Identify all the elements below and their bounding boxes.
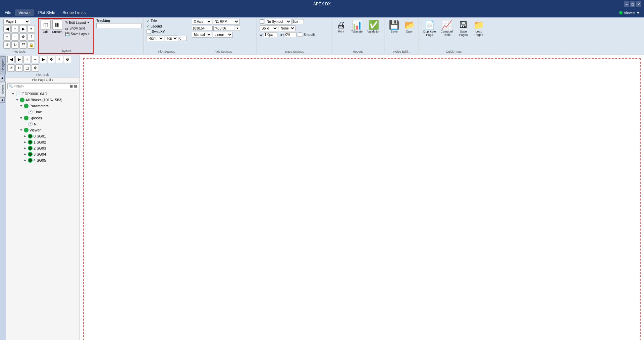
type-select[interactable]: Linear (213, 32, 233, 38)
open-noise-icon: 📂 (404, 20, 415, 29)
crosshair-button[interactable]: + (56, 56, 63, 63)
tree-item-sg05[interactable]: ► 4 SG05 (6, 157, 79, 163)
arrow-left-button[interactable]: ◀ (7, 56, 15, 63)
axis-range-btn[interactable]: ▼ (235, 25, 240, 31)
collapse-tree-icon[interactable]: ⊟ (73, 84, 78, 89)
custom-button[interactable]: ▦ (52, 19, 62, 30)
size-input[interactable] (292, 19, 304, 24)
canvas-area[interactable] (80, 55, 644, 340)
expand-button[interactable]: ◻ (23, 64, 31, 72)
snap-button[interactable]: ☷ (19, 41, 27, 49)
validation-button[interactable]: ✅ Validation (366, 19, 382, 42)
plot-tools-label: Plot Tools (1, 50, 37, 53)
cursor-button[interactable]: ↥ (28, 33, 35, 41)
minimize-button[interactable]: – (624, 1, 629, 7)
prev-page-button[interactable]: ◀ (3, 25, 11, 33)
print-button[interactable]: 🖨 Print (334, 19, 348, 42)
expand-tree-icon[interactable]: ⊞ (69, 84, 73, 89)
quick-page-group: 📄 Duplicate Page 📈 Campbell Triple 🖫 Sav… (420, 18, 488, 54)
campbell-triple-button[interactable]: 📈 Campbell Triple (439, 19, 455, 42)
sg04-label: 3 SG04 (34, 152, 46, 156)
menu-plot-style[interactable]: Plot Style (35, 9, 59, 16)
layouts-group: ◫ Grid ▦ Custom ✎ Edit Layout ▼ ☷ Show G… (38, 18, 94, 54)
tree-item-parameters[interactable]: ▼ Parameters (6, 103, 79, 109)
tree-item-sg02[interactable]: ► 1 SG02 (6, 139, 79, 145)
tree-item-viewer[interactable]: ▼ Viewer (6, 127, 79, 133)
show-grid-button[interactable]: ☷ Show Grid (64, 26, 91, 31)
tree-item-n[interactable]: 🕐 N (6, 121, 79, 127)
color-select[interactable]: None (279, 25, 296, 31)
menu-file[interactable]: File (1, 9, 14, 16)
lock-button[interactable]: 🔒 (28, 41, 35, 49)
zoom-minus-button[interactable]: − (32, 56, 39, 63)
width-input[interactable] (264, 32, 277, 37)
designer-tab[interactable]: Designer (0, 56, 6, 74)
num-input[interactable] (179, 36, 187, 41)
menu-viewer[interactable]: Viewer (15, 9, 34, 16)
tree-item-sg04[interactable]: ► 3 SG04 (6, 151, 79, 157)
edit-layout-label: Edit Layout (69, 21, 86, 24)
fit-button[interactable]: ✥ (32, 64, 39, 72)
tree-item-sg01[interactable]: ► 0 SG01 (6, 133, 79, 139)
redo2-button[interactable]: ↻ (15, 64, 23, 72)
layout-sub-btns: ✎ Edit Layout ▼ ☷ Show Grid 💾 Save Layou… (64, 19, 91, 37)
zoom-plus-button[interactable]: + (23, 56, 31, 63)
save-noise-button[interactable]: 💾 Save (387, 19, 401, 42)
restore-button[interactable]: ◻ (630, 1, 635, 7)
sidebar-icon-1[interactable]: ★ (0, 75, 5, 81)
zoom-in-button[interactable]: + (3, 33, 11, 41)
zoom-out-button[interactable]: − (11, 33, 19, 41)
undo2-button[interactable]: ↺ (7, 64, 15, 72)
load-pages-icon: 📁 (473, 20, 484, 29)
tree-item-sg03[interactable]: ► 2 SG03 (6, 145, 79, 151)
sidebar-icon-2[interactable]: ● (0, 97, 5, 103)
tree-item-speeds[interactable]: ▼ Speeds (6, 115, 79, 121)
close-button[interactable]: ✕ (636, 1, 641, 7)
duplicate-page-button[interactable]: 📄 Duplicate Page (422, 19, 438, 42)
settings-button[interactable]: ⚙ (64, 56, 71, 63)
save-pages-button[interactable]: 🖫 Save Pages (456, 19, 470, 42)
load-pages-button[interactable]: 📁 Load Pages (472, 19, 486, 42)
trace-enable-checkbox[interactable] (260, 19, 264, 24)
tree-search-input[interactable] (14, 84, 69, 88)
tp-input[interactable] (285, 32, 297, 37)
menu-scope-limits[interactable]: Scope Limits (59, 9, 89, 16)
swapxy-checkbox[interactable] (147, 30, 151, 34)
tree-item-allblocks[interactable]: ▼ All Blocks [1015-1583] (6, 97, 79, 103)
viewer-tab[interactable]: Viewer (0, 82, 6, 97)
position-select[interactable]: Right (147, 36, 164, 41)
scale-select[interactable]: Manual (192, 32, 212, 38)
pan-button[interactable]: ✥ (48, 56, 55, 63)
page-select[interactable]: Page 1 (3, 19, 30, 24)
tree-item-time[interactable]: 🕐 Time (6, 109, 79, 115)
tree-item-root[interactable]: ▼ 📄 T.DP000016AD (6, 91, 79, 97)
tracking-input[interactable] (96, 23, 142, 28)
valign-select[interactable]: Top (165, 36, 178, 41)
ribbon: Page 1 ◀ ⌂ ▶ + + − ✥ ↥ ↺ ↻ ☷ 🔒 Plot Tool… (0, 17, 644, 55)
next-page-button[interactable]: ▶ (19, 25, 27, 33)
edit-layout-button[interactable]: ✎ Edit Layout ▼ (64, 20, 91, 25)
duplicate-label: Duplicate Page (423, 30, 436, 37)
arrow-right-button[interactable]: ▶ (15, 56, 23, 63)
open-noise-button[interactable]: 📂 Open (402, 19, 417, 42)
width-label: W: (260, 33, 263, 37)
undo-button[interactable]: ↺ (3, 41, 11, 49)
signal-select[interactable]: N1 RPM (213, 19, 239, 24)
x-axis-select[interactable]: X Axis (192, 19, 212, 24)
save-layout-button[interactable]: 💾 Save Layout (64, 32, 91, 37)
symbol-select[interactable]: No Symbol (265, 19, 291, 24)
axis-min-input[interactable] (192, 26, 213, 31)
axis-max-input[interactable] (213, 26, 234, 31)
style-select[interactable]: Solid (260, 25, 278, 31)
tracking-group: Tracking (94, 18, 144, 54)
redo-button[interactable]: ↻ (11, 41, 19, 49)
home-button[interactable]: ⌂ (11, 25, 19, 33)
smooth-checkbox[interactable] (298, 33, 302, 37)
show-grid-icon: ☷ (65, 26, 68, 31)
tabulate-button[interactable]: 📊 Tabulate (350, 19, 364, 42)
zoom-fit-button[interactable]: ✥ (19, 33, 27, 41)
select-button[interactable]: ▶ (40, 56, 47, 63)
viewer-tree-label: Viewer (30, 128, 41, 132)
grid-button[interactable]: ◫ (41, 19, 51, 30)
add-page-button[interactable]: + (28, 25, 35, 33)
